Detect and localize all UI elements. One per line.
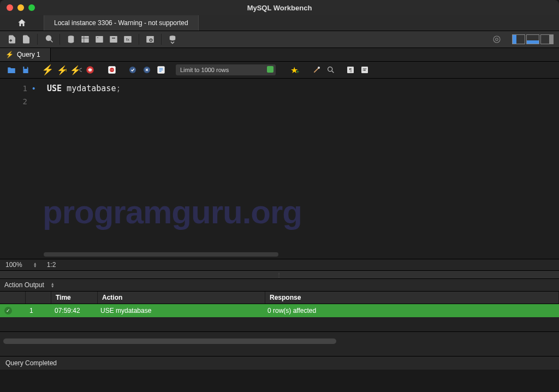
svg-rect-14 (88, 69, 92, 71)
svg-point-21 (328, 67, 332, 72)
line-gutter: 1 2 (0, 79, 33, 259)
execute-current-button[interactable]: ⚡I (56, 64, 68, 76)
output-row[interactable]: ✓ 1 07:59:42 USE mydatabase 0 row(s) aff… (0, 304, 559, 317)
svg-rect-12 (24, 67, 27, 69)
query-tab[interactable]: ⚡ Query 1 (0, 48, 51, 61)
row-action: USE mydatabase (96, 304, 263, 317)
row-status-icon: ✓ (0, 304, 25, 317)
row-index: 1 (25, 304, 50, 317)
find-button[interactable] (311, 64, 323, 76)
col-index (26, 292, 51, 304)
col-status (0, 292, 26, 304)
open-sql-script-button[interactable] (20, 33, 33, 46)
zoom-stepper[interactable]: ▲▼ (33, 262, 37, 268)
toggle-invisible-button[interactable]: ¶ (344, 64, 356, 76)
toggle-bottom-panel-button[interactable] (526, 34, 539, 44)
row-limit-value: Limit to 1000 rows (180, 67, 229, 73)
line-number: 2 (0, 95, 33, 108)
titlebar: MySQL Workbench (0, 0, 559, 15)
output-table-header: Time Action Response (0, 292, 559, 304)
svg-rect-4 (110, 36, 117, 43)
code-area[interactable]: USE mydatabase; (33, 79, 559, 259)
connection-tab-bar: Local instance 3306 - Warning - not supp… (0, 15, 559, 31)
beautify-button[interactable]: ★+ (289, 64, 301, 76)
sql-identifier: mydatabase (62, 84, 116, 93)
create-function-button[interactable]: fx (121, 33, 134, 46)
create-schema-button[interactable] (64, 33, 78, 46)
reconnect-button[interactable] (166, 33, 179, 46)
execute-button[interactable]: ⚡ (41, 64, 53, 76)
col-time[interactable]: Time (51, 292, 98, 304)
inspector-button[interactable] (42, 33, 55, 46)
output-horizontal-scrollbar[interactable] (3, 338, 336, 344)
cursor-position: 1:2 (47, 261, 56, 269)
sql-punct: ; (116, 84, 121, 93)
svg-rect-2 (96, 36, 103, 43)
svg-point-20 (318, 67, 320, 69)
toggle-sidebar-button[interactable] (512, 34, 525, 44)
bolt-icon: ⚡ (5, 51, 14, 58)
svg-point-16 (110, 68, 114, 72)
toggle-whitespace-button[interactable] (155, 64, 167, 76)
window-title: MySQL Workbench (0, 4, 559, 12)
line-number: 1 (0, 82, 33, 95)
output-header: Action Output ▲▼ (0, 279, 559, 292)
open-file-button[interactable] (5, 64, 17, 76)
commit-button[interactable] (127, 64, 139, 76)
query-tab-bar: ⚡ Query 1 (0, 48, 559, 62)
svg-point-11 (496, 38, 498, 41)
output-type-stepper: ▲▼ (51, 282, 55, 288)
toggle-secondary-panel-button[interactable] (540, 34, 554, 44)
main-toolbar: fx (0, 31, 559, 48)
settings-gear-icon[interactable] (490, 33, 503, 46)
toggle-autocommit-button[interactable] (106, 64, 118, 76)
home-tab[interactable] (0, 15, 44, 31)
create-view-button[interactable] (93, 33, 106, 46)
explain-button[interactable]: ⚡ (70, 64, 82, 76)
wrap-lines-button[interactable] (359, 64, 371, 76)
sql-keyword: USE (47, 84, 62, 93)
row-response: 0 row(s) affected (263, 304, 559, 317)
create-table-button[interactable] (79, 33, 92, 46)
stop-button[interactable] (84, 64, 96, 76)
home-icon (17, 18, 27, 28)
editor-status-bar: 100% ▲▼ 1:2 (0, 259, 559, 271)
output-empty-area (0, 317, 559, 331)
col-response[interactable]: Response (265, 292, 559, 304)
output-type-select[interactable]: Action Output ▲▼ (4, 281, 55, 289)
connection-tab-label: Local instance 3306 - Warning - not supp… (54, 19, 188, 27)
editor-horizontal-scrollbar[interactable] (44, 252, 278, 257)
output-type-label: Action Output (4, 281, 44, 289)
svg-point-13 (80, 68, 82, 72)
sql-editor[interactable]: 1 2 USE mydatabase; programguru.org (0, 79, 559, 259)
svg-text:¶: ¶ (349, 67, 352, 73)
rollback-button[interactable] (141, 64, 153, 76)
svg-rect-1 (81, 36, 89, 43)
create-procedure-button[interactable] (107, 33, 120, 46)
svg-text:fx: fx (126, 37, 129, 42)
svg-point-3 (97, 37, 98, 38)
connection-tab[interactable]: Local instance 3306 - Warning - not supp… (44, 15, 199, 31)
save-file-button[interactable] (20, 64, 32, 76)
col-action[interactable]: Action (98, 292, 265, 304)
new-sql-tab-button[interactable] (5, 33, 19, 46)
row-limit-select[interactable]: Limit to 1000 rows (176, 64, 276, 75)
zoom-value: 100% (5, 261, 22, 269)
query-tab-label: Query 1 (17, 51, 40, 58)
query-toolbar: ⚡ ⚡I ⚡ Limit to 1000 rows ★+ ¶ (0, 62, 559, 79)
bottom-scroll-area (0, 331, 559, 356)
search-button[interactable] (325, 64, 337, 76)
svg-point-17 (129, 67, 136, 73)
search-table-data-button[interactable] (144, 33, 157, 46)
svg-point-10 (493, 36, 500, 43)
status-text: Query Completed (5, 359, 57, 367)
row-time: 07:59:42 (50, 304, 96, 317)
panel-resizer[interactable]: ⋮ (0, 271, 559, 279)
status-footer: Query Completed (0, 356, 559, 370)
